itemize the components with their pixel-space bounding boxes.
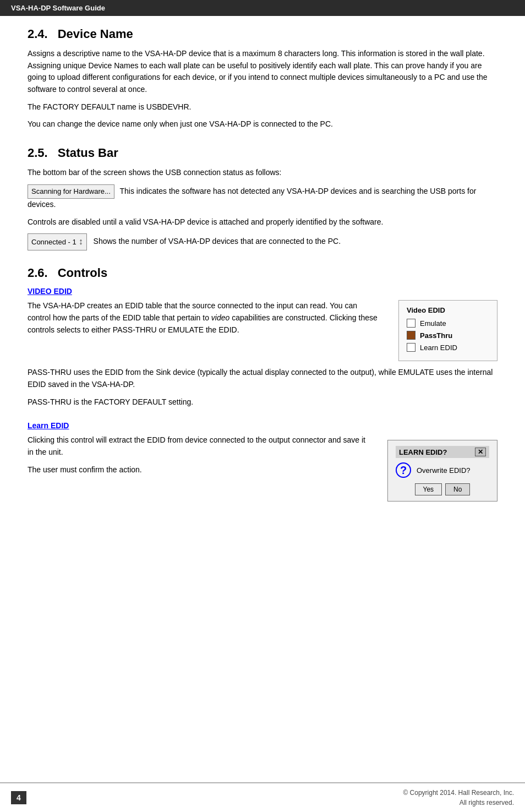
learn-edid-heading: Learn EDID <box>28 421 497 430</box>
section-24: 2.4. Device Name Assigns a descriptive n… <box>28 27 497 130</box>
question-icon: ? <box>396 462 411 478</box>
learn-edid-desc1: Clicking this control will extract the E… <box>28 434 371 458</box>
dialog-title: LEARN EDID? <box>399 448 447 456</box>
section-25-number: 2.5. <box>28 146 48 160</box>
connected-desc: Shows the number of VSA-HA-DP devices th… <box>91 237 341 246</box>
connected-row: Connected - 1 ↕ Shows the number of VSA-… <box>28 233 497 250</box>
footer-copyright: © Copyright 2014. Hall Research, Inc. Al… <box>403 788 514 808</box>
dialog-yes-button[interactable]: Yes <box>415 483 442 495</box>
edid-row-emulate: Emulate <box>407 319 489 328</box>
factory-default-text: PASS-THRU is the FACTORY DEFAULT setting… <box>28 396 497 408</box>
section-26: 2.6. Controls VIDEO EDID The VSA-HA-DP c… <box>28 266 497 502</box>
learn-edid-link[interactable]: Learn EDID <box>28 421 69 430</box>
passthru-desc: PASS-THRU uses the EDID from the Sink de… <box>28 367 497 390</box>
controls-disabled-text: Controls are disabled until a valid VSA-… <box>28 216 497 228</box>
dialog-no-button[interactable]: No <box>445 483 470 495</box>
emulate-checkbox[interactable] <box>407 319 415 328</box>
copyright-line1: © Copyright 2014. Hall Research, Inc. <box>403 788 514 798</box>
spinner-icon: ↕ <box>79 235 83 249</box>
learn-edid-checkbox[interactable] <box>407 343 415 352</box>
learn-edid-left: Clicking this control will extract the E… <box>28 434 371 481</box>
section-25-heading: 2.5. Status Bar <box>28 146 497 160</box>
dialog-close-button[interactable]: ✕ <box>475 448 486 456</box>
video-edid-left: The VSA-HA-DP creates an EDID table that… <box>28 300 382 341</box>
footer: 4 © Copyright 2014. Hall Research, Inc. … <box>0 783 525 812</box>
edid-row-passthru: PassThru <box>407 331 489 340</box>
passthru-label: PassThru <box>420 331 452 340</box>
dialog-body-text: Overwrite EDID? <box>417 466 471 475</box>
dialog-title-bar: LEARN EDID? ✕ <box>396 446 489 458</box>
header-bar: VSA-HA-DP Software Guide <box>0 0 525 16</box>
page-number: 4 <box>11 791 26 804</box>
section-26-number: 2.6. <box>28 266 48 280</box>
video-edid-heading: VIDEO EDID <box>28 287 497 296</box>
scanning-row: Scanning for Hardware... This indicates … <box>28 184 497 211</box>
section-24-heading: 2.4. Device Name <box>28 27 497 41</box>
section-25-title: Status Bar <box>58 146 118 160</box>
section-26-title: Controls <box>58 266 107 280</box>
section-24-body3: You can change the device name only when… <box>28 118 497 130</box>
learn-edid-label: Learn EDID <box>420 344 457 352</box>
section-24-body2: The FACTORY DEFAULT name is USBDEVHR. <box>28 101 497 113</box>
learn-edid-dialog: LEARN EDID? ✕ ? Overwrite EDID? Yes No <box>387 440 497 502</box>
page-wrapper: VSA-HA-DP Software Guide 2.4. Device Nam… <box>0 0 525 812</box>
section-25-intro: The bottom bar of the screen shows the U… <box>28 167 497 179</box>
video-edid-link[interactable]: VIDEO EDID <box>28 287 72 296</box>
header-title: VSA-HA-DP Software Guide <box>11 4 105 12</box>
video-edid-section: The VSA-HA-DP creates an EDID table that… <box>28 300 497 361</box>
scanning-box: Scanning for Hardware... <box>28 184 114 199</box>
emulate-label: Emulate <box>420 319 446 328</box>
dialog-body: ? Overwrite EDID? <box>396 462 489 478</box>
connected-label: Connected - 1 <box>31 237 76 248</box>
copyright-line2: All rights reserved. <box>403 798 514 808</box>
section-24-title: Device Name <box>58 27 133 41</box>
main-content: 2.4. Device Name Assigns a descriptive n… <box>0 16 525 782</box>
video-edid-intro-text: The VSA-HA-DP creates an EDID table that… <box>28 300 382 336</box>
section-26-heading: 2.6. Controls <box>28 266 497 280</box>
dialog-buttons: Yes No <box>396 483 489 495</box>
passthru-checkbox[interactable] <box>407 331 415 340</box>
video-edid-italic: video <box>211 313 229 322</box>
section-24-number: 2.4. <box>28 27 48 41</box>
video-edid-box: Video EDID Emulate PassThru Learn EDID <box>398 300 497 361</box>
connected-box: Connected - 1 ↕ <box>28 233 87 250</box>
learn-edid-section: Clicking this control will extract the E… <box>28 434 497 502</box>
video-edid-box-title: Video EDID <box>407 306 489 314</box>
section-24-body1: Assigns a descriptive name to the VSA-HA… <box>28 48 497 96</box>
edid-row-learn: Learn EDID <box>407 343 489 352</box>
section-25: 2.5. Status Bar The bottom bar of the sc… <box>28 146 497 250</box>
learn-edid-desc2: The user must confirm the action. <box>28 464 371 476</box>
